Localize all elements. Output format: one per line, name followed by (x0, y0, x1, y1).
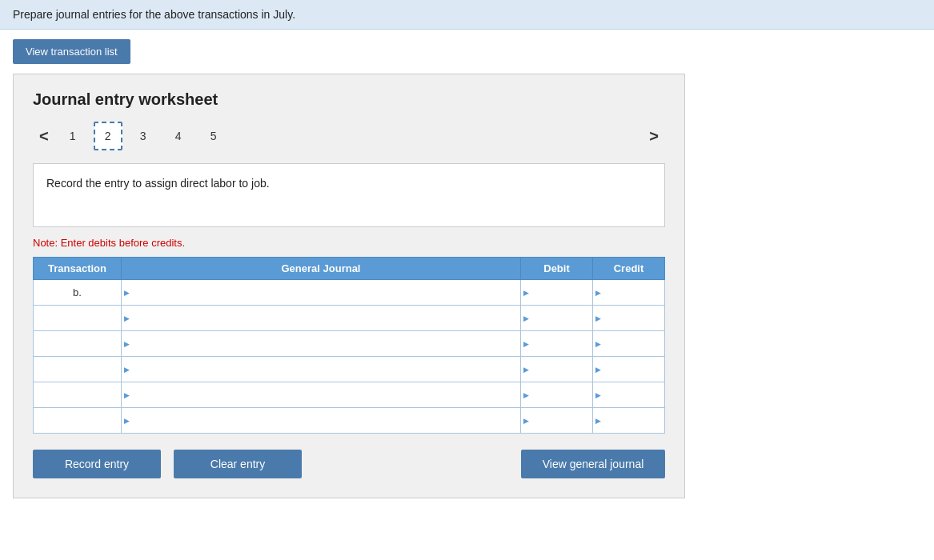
general-journal-input-1[interactable] (122, 280, 520, 305)
credit-cell-1[interactable] (593, 280, 665, 306)
general-journal-input-6[interactable] (122, 408, 520, 433)
clear-entry-button[interactable]: Clear entry (174, 450, 302, 478)
debit-cell-5[interactable] (521, 382, 593, 408)
col-header-general-journal: General Journal (122, 258, 521, 280)
general-journal-cell-3[interactable] (122, 331, 521, 357)
transaction-cell-4 (34, 357, 122, 382)
bottom-buttons: Record entry Clear entry View general jo… (33, 450, 665, 478)
debit-cell-1[interactable] (521, 280, 593, 306)
general-journal-cell-2[interactable] (122, 306, 521, 331)
top-button-area: View transaction list (0, 30, 934, 74)
tab-3[interactable]: 3 (129, 122, 158, 150)
transaction-cell-6 (34, 408, 122, 434)
note-text: Note: Enter debits before credits. (33, 237, 665, 249)
general-journal-cell-6[interactable] (122, 408, 521, 434)
general-journal-input-4[interactable] (122, 357, 520, 382)
transaction-cell-2 (34, 306, 122, 331)
general-journal-cell-4[interactable] (122, 357, 521, 382)
credit-cell-6[interactable] (593, 408, 665, 434)
credit-input-4[interactable] (593, 357, 664, 382)
table-row (34, 382, 665, 408)
col-header-transaction: Transaction (34, 258, 122, 280)
debit-cell-3[interactable] (521, 331, 593, 357)
credit-input-1[interactable] (593, 280, 664, 305)
transaction-cell-1: b. (34, 280, 122, 306)
debit-input-4[interactable] (521, 357, 592, 382)
col-header-debit: Debit (521, 258, 593, 280)
debit-input-6[interactable] (521, 408, 592, 433)
credit-input-2[interactable] (593, 306, 664, 330)
general-journal-cell-5[interactable] (122, 382, 521, 408)
col-header-credit: Credit (593, 258, 665, 280)
credit-cell-4[interactable] (593, 357, 665, 382)
general-journal-input-3[interactable] (122, 331, 520, 356)
tab-2[interactable]: 2 (94, 122, 122, 150)
general-journal-cell-1[interactable] (122, 280, 521, 306)
instruction-bar: Prepare journal entries for the above tr… (0, 0, 934, 30)
transaction-cell-5 (34, 382, 122, 408)
debit-input-2[interactable] (521, 306, 592, 330)
record-entry-button[interactable]: Record entry (33, 450, 161, 478)
worksheet-title: Journal entry worksheet (33, 90, 665, 109)
view-transaction-list-button[interactable]: View transaction list (13, 39, 130, 64)
credit-cell-5[interactable] (593, 382, 665, 408)
tab-next-button[interactable]: > (643, 126, 665, 147)
view-general-journal-button[interactable]: View general journal (521, 450, 665, 478)
tab-navigation: < 1 2 3 4 5 > (33, 122, 665, 150)
entry-instruction-text: Record the entry to assign direct labor … (46, 177, 270, 190)
tab-prev-button[interactable]: < (33, 126, 55, 147)
tab-1[interactable]: 1 (58, 122, 87, 150)
table-row (34, 408, 665, 434)
tab-4[interactable]: 4 (164, 122, 193, 150)
table-row (34, 331, 665, 357)
table-row: b. (34, 280, 665, 306)
instruction-text: Prepare journal entries for the above tr… (13, 8, 295, 21)
debit-cell-4[interactable] (521, 357, 593, 382)
general-journal-input-2[interactable] (122, 306, 520, 330)
credit-input-5[interactable] (593, 382, 664, 407)
credit-input-3[interactable] (593, 331, 664, 356)
credit-cell-3[interactable] (593, 331, 665, 357)
debit-input-3[interactable] (521, 331, 592, 356)
debit-input-5[interactable] (521, 382, 592, 407)
credit-input-6[interactable] (593, 408, 664, 433)
journal-table: Transaction General Journal Debit Credit… (33, 257, 665, 434)
entry-instruction-box: Record the entry to assign direct labor … (33, 163, 665, 227)
tab-5[interactable]: 5 (199, 122, 228, 150)
debit-input-1[interactable] (521, 280, 592, 305)
transaction-cell-3 (34, 331, 122, 357)
table-row (34, 357, 665, 382)
debit-cell-2[interactable] (521, 306, 593, 331)
worksheet-container: Journal entry worksheet < 1 2 3 4 5 > Re… (13, 74, 685, 498)
debit-cell-6[interactable] (521, 408, 593, 434)
table-row (34, 306, 665, 331)
credit-cell-2[interactable] (593, 306, 665, 331)
general-journal-input-5[interactable] (122, 382, 520, 407)
